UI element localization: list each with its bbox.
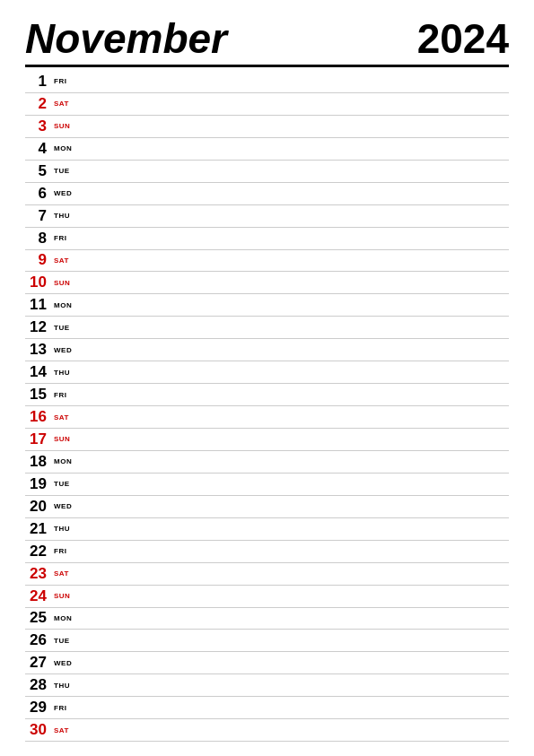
day-row: 26TUE	[25, 630, 509, 652]
day-row: 7THU	[25, 205, 509, 228]
day-row: 21THU	[25, 518, 509, 541]
day-name: FRI	[54, 704, 66, 712]
day-name: SAT	[54, 256, 69, 265]
month-title: November	[25, 18, 227, 59]
day-row: 10SUN	[25, 272, 509, 294]
day-name: WED	[54, 659, 72, 667]
day-number: 22	[25, 543, 50, 560]
day-number: 1	[25, 73, 50, 91]
day-row: 14THU	[25, 361, 509, 384]
day-row: 29FRI	[25, 697, 509, 719]
day-name: WED	[54, 346, 72, 354]
day-number: 20	[25, 498, 50, 516]
day-row: 4MON	[25, 138, 509, 161]
day-number: 28	[25, 676, 50, 694]
day-row: 15FRI	[25, 384, 509, 406]
day-name: THU	[54, 682, 70, 690]
day-row: 30SAT	[25, 719, 509, 742]
day-row: 19TUE	[25, 474, 509, 496]
day-number: 23	[25, 565, 50, 583]
day-number: 15	[25, 386, 50, 404]
days-list: 1FRI2SAT3SUN4MON5TUE6WED7THU8FRI9SAT10SU…	[25, 71, 509, 742]
day-row: 13WED	[25, 339, 509, 361]
day-name: FRI	[54, 547, 66, 555]
day-name: MON	[54, 301, 72, 309]
day-number: 11	[25, 296, 50, 314]
day-number: 14	[25, 363, 50, 381]
day-name: SAT	[54, 569, 69, 578]
day-name: SUN	[54, 279, 70, 287]
day-number: 5	[25, 162, 50, 180]
day-number: 2	[25, 95, 50, 113]
day-number: 12	[25, 318, 50, 336]
calendar-header: November 2024	[25, 18, 509, 67]
day-row: 5TUE	[25, 161, 509, 183]
day-row: 2SAT	[25, 93, 509, 116]
day-number: 26	[25, 631, 50, 649]
day-number: 21	[25, 520, 50, 538]
day-number: 8	[25, 230, 50, 248]
day-row: 27WED	[25, 652, 509, 674]
day-name: TUE	[54, 167, 70, 175]
day-row: 3SUN	[25, 116, 509, 138]
day-row: 20WED	[25, 496, 509, 518]
day-number: 3	[25, 117, 50, 135]
day-name: SUN	[54, 122, 70, 130]
day-number: 6	[25, 185, 50, 203]
day-name: THU	[54, 212, 70, 220]
day-row: 17SUN	[25, 429, 509, 451]
day-number: 17	[25, 430, 50, 448]
day-number: 30	[25, 721, 50, 739]
day-number: 13	[25, 341, 50, 359]
day-name: THU	[54, 369, 70, 377]
day-number: 7	[25, 207, 50, 225]
day-number: 18	[25, 453, 50, 471]
day-name: SAT	[54, 413, 69, 421]
day-number: 29	[25, 699, 50, 717]
day-name: TUE	[54, 480, 70, 488]
day-row: 1FRI	[25, 71, 509, 93]
day-name: SAT	[54, 726, 69, 734]
day-row: 24SUN	[25, 586, 509, 608]
day-number: 19	[25, 475, 50, 493]
day-row: 28THU	[25, 674, 509, 697]
day-number: 27	[25, 654, 50, 672]
calendar-page: November 2024 1FRI2SAT3SUN4MON5TUE6WED7T…	[0, 0, 534, 756]
day-row: 12TUE	[25, 317, 509, 339]
day-row: 11MON	[25, 294, 509, 317]
day-row: 22FRI	[25, 541, 509, 563]
day-number: 25	[25, 609, 50, 627]
day-number: 24	[25, 587, 50, 605]
day-row: 9SAT	[25, 250, 509, 273]
day-name: SUN	[54, 592, 70, 600]
day-row: 6WED	[25, 183, 509, 205]
year-title: 2024	[417, 18, 509, 59]
day-row: 18MON	[25, 451, 509, 474]
day-row: 16SAT	[25, 406, 509, 429]
day-number: 16	[25, 408, 50, 426]
day-row: 25MON	[25, 608, 509, 630]
day-name: WED	[54, 189, 72, 197]
day-name: SUN	[54, 435, 70, 443]
day-name: MON	[54, 614, 72, 622]
day-name: FRI	[54, 391, 66, 399]
day-name: MON	[54, 144, 72, 152]
day-number: 10	[25, 274, 50, 291]
day-name: FRI	[54, 77, 66, 85]
day-name: WED	[54, 502, 72, 510]
day-name: FRI	[54, 234, 66, 242]
day-row: 23SAT	[25, 563, 509, 586]
day-row: 8FRI	[25, 228, 509, 250]
day-number: 4	[25, 140, 50, 158]
day-name: TUE	[54, 324, 70, 332]
day-name: MON	[54, 457, 72, 465]
day-name: THU	[54, 525, 70, 533]
day-name: SAT	[54, 100, 69, 108]
day-number: 9	[25, 251, 50, 269]
day-name: TUE	[54, 637, 70, 645]
